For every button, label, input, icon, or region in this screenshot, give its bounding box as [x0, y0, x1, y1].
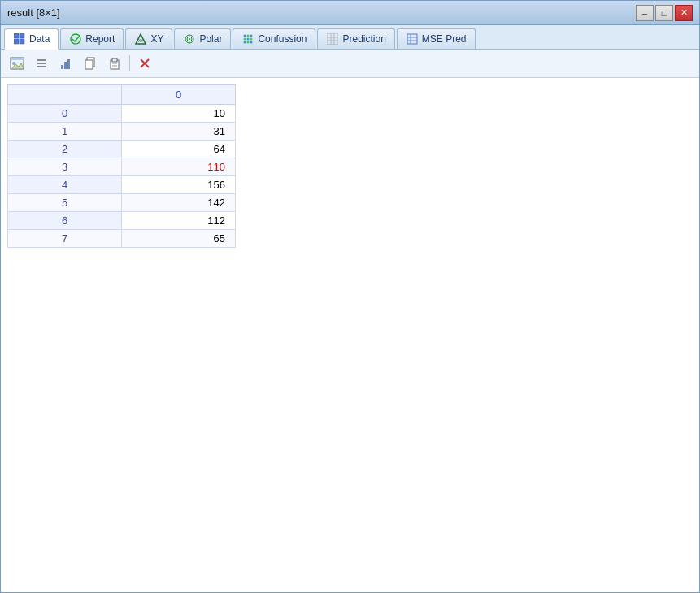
xy-tab-icon: XY — [134, 32, 147, 45]
row-index-cell: 0 — [8, 105, 122, 123]
svg-rect-34 — [61, 65, 63, 69]
svg-point-18 — [250, 41, 253, 44]
tabs-row: Data Report XY XY — [1, 25, 699, 50]
table-row: 6112 — [8, 212, 236, 230]
svg-rect-0 — [14, 33, 19, 38]
svg-point-17 — [247, 41, 250, 44]
svg-point-15 — [250, 38, 253, 41]
tab-mse-pred[interactable]: MSE Pred — [397, 28, 476, 49]
col-0-header: 0 — [122, 85, 236, 105]
mse-pred-tab-icon — [406, 32, 419, 45]
svg-point-9 — [189, 38, 190, 40]
tab-prediction[interactable]: Prediction — [317, 28, 394, 49]
row-index-header — [8, 85, 122, 105]
tab-report-label: Report — [85, 33, 115, 45]
close-button[interactable]: ✕ — [675, 5, 693, 21]
menu-tool-button[interactable] — [30, 53, 53, 74]
svg-text:XY: XY — [138, 38, 144, 43]
copy-tool-button[interactable] — [79, 53, 102, 74]
tab-data[interactable]: Data — [4, 28, 59, 50]
row-value-cell: 156 — [122, 176, 236, 194]
svg-point-12 — [250, 35, 253, 37]
tab-confussion[interactable]: Confussion — [233, 28, 315, 49]
svg-point-13 — [244, 38, 246, 41]
table-row: 264 — [8, 141, 236, 158]
row-value-cell: 65 — [122, 230, 236, 248]
toolbar — [1, 50, 699, 78]
svg-rect-1 — [20, 33, 24, 38]
table-row: 3110 — [8, 158, 236, 176]
svg-point-14 — [247, 38, 250, 41]
data-tab-icon — [13, 32, 26, 45]
table-row: 765 — [8, 230, 236, 248]
row-index-cell: 7 — [8, 230, 122, 248]
delete-tool-button[interactable] — [133, 53, 156, 74]
window-title: result [8×1] — [7, 6, 60, 19]
svg-rect-36 — [67, 59, 70, 69]
row-value-cell: 142 — [122, 194, 236, 212]
svg-point-10 — [244, 35, 246, 37]
svg-rect-35 — [64, 62, 67, 69]
svg-rect-3 — [20, 39, 24, 44]
row-index-cell: 3 — [8, 158, 122, 176]
svg-point-4 — [71, 34, 80, 44]
tab-confussion-label: Confussion — [258, 33, 307, 45]
tab-mse-pred-label: MSE Pred — [422, 33, 467, 45]
minimize-button[interactable]: – — [636, 5, 654, 21]
bar-tool-button[interactable] — [54, 53, 77, 74]
row-value-cell: 31 — [122, 123, 236, 141]
row-value-cell: 64 — [122, 141, 236, 158]
report-tab-icon — [69, 32, 82, 45]
title-bar: result [8×1] – □ ✕ — [1, 1, 699, 25]
svg-rect-19 — [327, 33, 338, 45]
prediction-tab-icon — [326, 32, 339, 45]
table-row: 131 — [8, 123, 236, 141]
row-index-cell: 1 — [8, 123, 122, 141]
tab-xy[interactable]: XY XY — [125, 28, 172, 49]
maximize-button[interactable]: □ — [655, 5, 673, 21]
tab-xy-label: XY — [150, 33, 163, 45]
tab-polar-label: Polar — [199, 33, 222, 45]
row-index-cell: 2 — [8, 141, 122, 158]
row-index-cell: 5 — [8, 194, 122, 212]
toolbar-separator — [129, 55, 130, 71]
table-row: 010 — [8, 105, 236, 123]
tab-report[interactable]: Report — [60, 28, 124, 49]
confussion-tab-icon — [241, 32, 254, 45]
table-row: 4156 — [8, 176, 236, 194]
main-window: result [8×1] – □ ✕ Data — [0, 0, 700, 593]
data-table: 0 0101312643110415651426112765 — [7, 84, 236, 248]
tab-prediction-label: Prediction — [342, 33, 385, 45]
svg-point-16 — [244, 41, 246, 44]
tab-data-label: Data — [29, 33, 50, 45]
svg-rect-40 — [112, 58, 117, 62]
title-bar-buttons: – □ ✕ — [636, 5, 693, 21]
row-value-cell: 10 — [122, 105, 236, 123]
paste-tool-button[interactable] — [103, 53, 126, 74]
row-value-cell: 110 — [122, 158, 236, 176]
svg-rect-29 — [11, 58, 24, 60]
svg-point-11 — [247, 35, 250, 37]
row-value-cell: 112 — [122, 212, 236, 230]
table-row: 5142 — [8, 194, 236, 212]
content-area: 0 0101312643110415651426112765 — [1, 78, 699, 592]
tab-polar[interactable]: Polar — [174, 28, 231, 49]
image-tool-button[interactable] — [6, 53, 28, 74]
svg-rect-2 — [14, 39, 19, 44]
polar-tab-icon — [183, 32, 196, 45]
svg-rect-24 — [407, 34, 417, 44]
row-index-cell: 6 — [8, 212, 122, 230]
svg-rect-38 — [85, 60, 93, 69]
row-index-cell: 4 — [8, 176, 122, 194]
